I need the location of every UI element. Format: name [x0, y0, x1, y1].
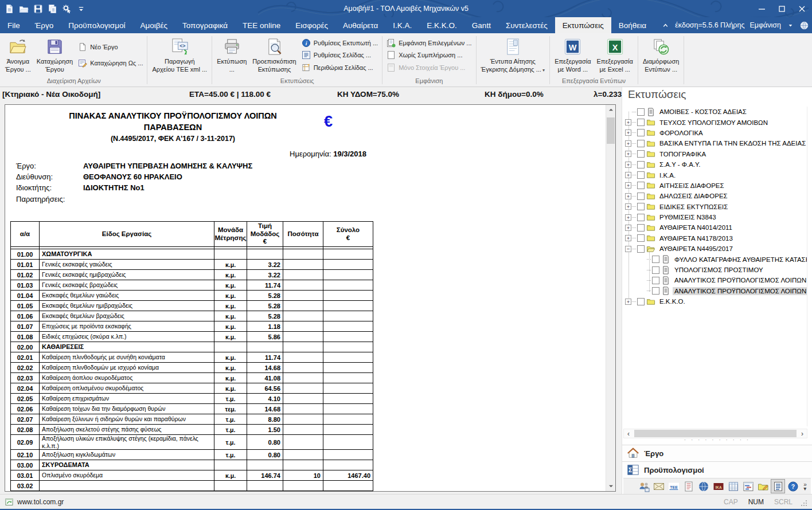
collapse-icon[interactable]: − [625, 246, 631, 252]
tree-checkbox[interactable] [652, 277, 659, 284]
menu-item-τοπογραφικά[interactable]: Τοπογραφικά [175, 17, 235, 33]
document-vertical-scrollbar[interactable] [606, 105, 615, 491]
menu-item-αμοιβές[interactable]: Αμοιβές [132, 17, 175, 33]
printer-settings-button[interactable]: iΡυθμίσεις Εκτυπωτή ... [302, 38, 378, 48]
save-icon-quick[interactable] [33, 4, 43, 14]
expand-icon[interactable]: + [625, 235, 631, 241]
configure-forms-button[interactable]: ΔιαμόρφωσηΕντύπων ... [640, 35, 682, 76]
menu-item-tee-online[interactable]: TEE online [235, 17, 288, 33]
expand-icon[interactable]: + [625, 225, 631, 231]
gantt-icon[interactable] [741, 479, 755, 493]
qat-dropdown-icon[interactable] [76, 4, 86, 14]
tree-checkbox[interactable] [637, 108, 645, 116]
tree-item[interactable]: +ΒΑΣΙΚΑ ΕΝΤΥΠΑ ΓΙΑ ΤΗΝ ΕΚΔΟΣΗ ΤΗΣ ΑΔΕΙΑΣ [623, 138, 807, 148]
scroll-left-icon[interactable]: ‹ [624, 429, 633, 438]
show-selected-button[interactable]: Εμφάνιση Επιλεγμένων ... [387, 38, 471, 48]
no-fill-button[interactable]: Χωρίς Συμπλήρωση ... [387, 50, 471, 60]
tree-item[interactable]: +ΑΥΘΑΙΡΕΤΑ Ν4014/2011 [623, 222, 807, 233]
tree-item[interactable]: +ΕΙΔΙΚΕΣ ΕΚΤΥΠΩΣΕΙΣ [623, 202, 807, 212]
display-caret-icon[interactable] [786, 21, 795, 30]
menu-item-εισφορές[interactable]: Εισφορές [288, 17, 335, 33]
expand-icon[interactable]: + [625, 203, 631, 210]
document-list-icon[interactable] [681, 479, 696, 493]
help-globe-icon[interactable] [800, 21, 809, 30]
save-as-button[interactable]: Καταχώρηση Ως ... [78, 58, 143, 68]
expand-icon[interactable]: + [625, 140, 631, 147]
contacts-icon[interactable] [637, 479, 651, 493]
menu-item-file[interactable]: File [0, 17, 28, 33]
budgets-nav-item[interactable]: ΣΠροϋπολογισμοί [622, 461, 812, 478]
tree-checkbox[interactable] [637, 214, 645, 221]
tree-checkbox[interactable] [637, 203, 645, 210]
menu-item-συντελεστές[interactable]: Συντελεστές [498, 17, 555, 33]
expand-icon[interactable]: + [625, 214, 631, 221]
tools-pointer-icon[interactable] [62, 4, 72, 14]
project-settings-icon[interactable] [756, 479, 770, 493]
tree-checkbox[interactable] [637, 298, 645, 305]
menu-item-gantt[interactable]: Gantt [464, 17, 498, 33]
tree-item[interactable]: −ΑΥΘΑΙΡΕΤΑ Ν4495/2017 [623, 244, 807, 254]
menu-item-βοήθεια[interactable]: Βοήθεια [611, 17, 654, 33]
scroll-right-icon[interactable]: › [798, 429, 807, 438]
expand-icon[interactable]: + [625, 299, 631, 305]
building-permit-forms-button[interactable]: Έντυπα ΑίτησηςΈγκρισης Δόμησης ... ▾ [478, 35, 548, 76]
page-margins-button[interactable]: Περιθώρια Σελίδας ... [302, 63, 378, 72]
expand-icon[interactable]: + [625, 130, 631, 136]
open-folder-icon[interactable] [19, 4, 29, 14]
maximize-button[interactable] [772, 0, 792, 17]
new-document-icon[interactable] [5, 4, 14, 14]
tree-checkbox[interactable] [652, 266, 659, 274]
tree-item[interactable]: +ΡΥΘΜΙΣΕΙΣ Ν3843 [623, 212, 807, 222]
tree-item[interactable]: +ΑΥΘΑΙΡΕΤΑ Ν4178/2013 [623, 233, 807, 244]
tree-checkbox[interactable] [652, 287, 659, 295]
resize-grip[interactable] [801, 499, 807, 505]
tree-checkbox[interactable] [637, 150, 645, 158]
overflow-chevron-icon[interactable]: »▾ [801, 482, 810, 491]
report-list-icon[interactable] [771, 479, 785, 493]
tree-item[interactable]: +ΤΕΥΧΟΣ ΥΠΟΛΟΓΙΣΜΟΥ ΑΜΟΙΒΩΝ [623, 117, 807, 127]
tree-checkbox[interactable] [637, 182, 645, 189]
print-button[interactable]: Εκτύπωση... [214, 35, 249, 76]
scroll-down-icon[interactable] [606, 481, 615, 491]
menu-item-προϋπολογισμοί[interactable]: Προϋπολογισμοί [61, 17, 132, 33]
menu-item-έργο[interactable]: Έργο [28, 17, 61, 33]
tree-item[interactable]: +Ε.Κ.Κ.Ο. [623, 296, 807, 307]
tree-checkbox[interactable] [637, 193, 645, 200]
tree-item[interactable]: ΑΝΑΛΥΤΙΚΟΣ ΠΡΟΫΠΟΛΟΓΙΣΜΟΣ ΛΟΙΠΩΝ ΠΑΡΑΒΑΣ… [623, 275, 807, 285]
expand-icon[interactable]: + [625, 182, 631, 189]
tree-item[interactable]: +Ι.Κ.Α. [623, 170, 807, 180]
globe-icon[interactable] [696, 479, 710, 493]
tree-item[interactable]: +ΔΗΛΩΣΕΙΣ ΔΙΑΦΟΡΕΣ [623, 191, 807, 201]
ika-icon[interactable]: ΙΚΑ [711, 479, 725, 493]
spreadsheet-icon[interactable] [726, 479, 740, 493]
export-tee-xml-button[interactable]: <>ΠαραγωγήΑρχείου TEE xml ... [149, 35, 210, 76]
print-preview-button[interactable]: ΠροεπισκόπισηΕκτύπωσης [249, 35, 299, 76]
tree-checkbox[interactable] [637, 129, 645, 136]
close-button[interactable] [792, 0, 812, 17]
expand-icon[interactable]: + [625, 172, 631, 178]
tree-checkbox[interactable] [637, 171, 645, 179]
new-project-button[interactable]: Νέο Έργο [78, 42, 143, 52]
collapse-ribbon-icon[interactable] [661, 21, 670, 30]
tee-icon[interactable]: ΤΕΕ [666, 479, 681, 493]
menu-item-ι-κ-α-[interactable]: Ι.Κ.Α. [385, 17, 419, 33]
tree-checkbox[interactable] [637, 161, 645, 168]
expand-icon[interactable]: + [625, 162, 631, 168]
page-settings-button[interactable]: Ρυθμίσεις Σελίδας ... [302, 50, 378, 60]
tree-item[interactable]: +ΑΙΤΗΣΕΙΣ ΔΙΑΦΟΡΕΣ [623, 181, 807, 191]
tree-item[interactable]: +ΤΟΠΟΓΡΑΦΙΚΑ [623, 149, 807, 159]
tree-item[interactable]: ΑΝΑΛΥΤΙΚΟΣ ΠΡΟΫΠΟΛΟΓΙΣΜΟΣ ΛΟΙΠΩΝ ΠΑΡΑΒΑΣ… [623, 286, 807, 296]
tree-checkbox[interactable] [637, 224, 645, 232]
save-project-button[interactable]: ΚαταχώρησηΈργου [34, 35, 76, 76]
tree-checkbox[interactable] [637, 119, 645, 126]
edit-with-excel-button[interactable]: XΕπεξεργασίαμε Excel ... [594, 35, 636, 76]
status-url[interactable]: www.tol.com.gr [17, 498, 64, 506]
tree-item[interactable]: +Σ.Α.Υ - Φ.Α.Υ. [623, 159, 807, 170]
help-icon[interactable]: ? [786, 479, 800, 493]
edit-with-word-button[interactable]: WΕπεξεργασίαμε Word ... [552, 35, 594, 76]
tree-checkbox[interactable] [637, 245, 645, 253]
tree-item[interactable]: +ΦΟΡΟΛΟΓΙΚΑ [623, 128, 807, 138]
menu-item-ε-κ-κ-ο-[interactable]: Ε.Κ.Κ.Ο. [419, 17, 464, 33]
menu-item-εκτυπώσεις[interactable]: Εκτυπώσεις [555, 17, 611, 33]
tree-checkbox[interactable] [637, 234, 645, 242]
